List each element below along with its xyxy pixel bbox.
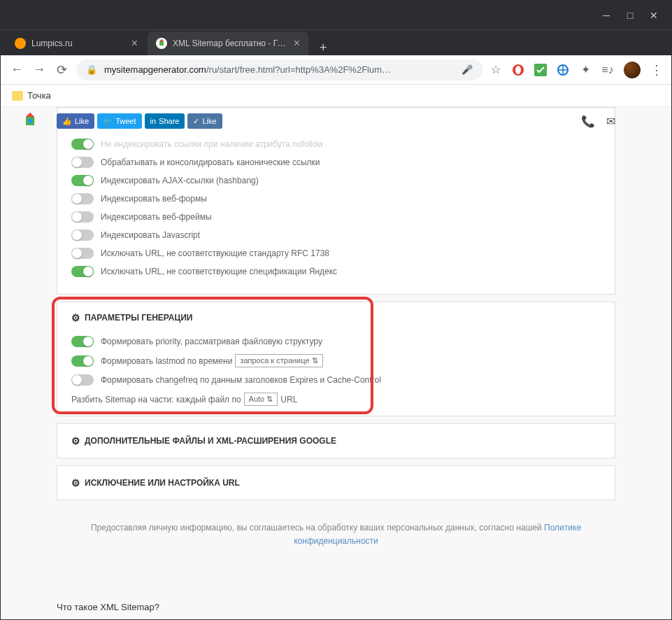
setting-label: Исключать URL, не соответствующие станда… — [101, 248, 601, 258]
setting-row-yandex: Исключать URL, не соответствующие специф… — [71, 266, 601, 277]
panel-body: Формировать priority, рассматривая файло… — [57, 336, 615, 416]
browser-window: ─ □ ✕ Lumpics.ru × XML Sitemap бесплатно… — [0, 0, 672, 620]
tab-title: XML Sitemap бесплатно - Генер — [173, 38, 288, 48]
forward-button[interactable]: → — [31, 62, 47, 77]
new-tab-button[interactable]: + — [310, 41, 337, 55]
window-controls: ─ □ ✕ — [594, 10, 666, 20]
social-label: Like — [75, 117, 89, 125]
url-exclusion-panel[interactable]: ⚙ ИСКЛЮЧЕНИЕ ИЛИ НАСТРОЙКА URL — [57, 465, 615, 500]
setting-row-canonical: Обрабатывать и консолидировать каноничес… — [71, 157, 601, 168]
toggle-nofollow[interactable] — [71, 139, 94, 150]
site-logo[interactable] — [20, 111, 40, 131]
url-input[interactable]: 🔒 mysitemapgenerator.com /ru/start/free.… — [76, 59, 482, 80]
facebook-like-button[interactable]: 👍Like — [57, 113, 94, 129]
toggle-yandex[interactable] — [71, 266, 94, 277]
setting-label: Индексировать веб-фреймы — [101, 212, 601, 222]
tab-close-icon[interactable]: × — [294, 37, 300, 50]
linkedin-share-button[interactable]: inShare — [145, 113, 185, 129]
setting-label: Формировать changefreq по данным заголов… — [101, 375, 601, 385]
window-titlebar: ─ □ ✕ — [1, 1, 671, 30]
footer-question[interactable]: Что такое XML Sitemap? — [57, 595, 615, 619]
privacy-disclaimer: Предоставляя личную информацию, вы согла… — [57, 521, 615, 548]
browser-tab-lumpics[interactable]: Lumpics.ru × — [6, 31, 146, 55]
social-label: Share — [159, 117, 179, 125]
thumb-icon: 👍 — [62, 117, 72, 126]
maximize-button[interactable]: □ — [625, 10, 635, 20]
reload-button[interactable]: ⟳ — [54, 62, 69, 78]
browser-tabs: Lumpics.ru × XML Sitemap бесплатно - Ген… — [1, 30, 671, 55]
setting-label: Индексировать AJAX-ссылки (hashbang) — [101, 176, 601, 185]
vk-icon: ✓ — [193, 117, 199, 126]
playlist-icon[interactable]: ≡♪ — [601, 64, 614, 76]
browser-tab-sitemap[interactable]: XML Sitemap бесплатно - Генер × — [148, 31, 308, 55]
select-value: Auto — [249, 395, 265, 403]
toggle-forms[interactable] — [71, 193, 94, 204]
twitter-tweet-button[interactable]: 🐦Tweet — [97, 113, 141, 129]
vk-like-button[interactable]: ✓Like — [187, 113, 222, 129]
lock-icon: 🔒 — [86, 64, 97, 75]
lastmod-select[interactable]: запроса к странице ⇅ — [235, 354, 322, 367]
header-contact-icons: 📞 ✉ — [581, 115, 615, 128]
setting-label: Не индексировать ссылки при наличии атри… — [101, 139, 601, 149]
setting-label: Формировать priority, рассматривая файло… — [101, 337, 601, 346]
split-select[interactable]: Auto ⇅ — [244, 393, 278, 406]
toggle-rfc1738[interactable] — [71, 248, 94, 259]
bookmark-label: Точка — [27, 90, 51, 101]
sticky-header: 👍Like 🐦Tweet inShare ✓Like 📞 ✉ — [57, 107, 615, 135]
star-icon[interactable]: ☆ — [489, 64, 502, 76]
social-buttons: 👍Like 🐦Tweet inShare ✓Like — [57, 113, 222, 129]
phone-icon[interactable]: 📞 — [581, 115, 595, 128]
toggle-ajax[interactable] — [71, 175, 94, 186]
folder-icon — [12, 91, 23, 101]
setting-row-frames: Индексировать веб-фреймы — [71, 211, 601, 223]
setting-label: Индексировать веб-формы — [101, 194, 601, 204]
extensions-icon[interactable]: ✦ — [579, 64, 592, 76]
tab-favicon-icon — [156, 38, 167, 49]
gear-icon: ⚙ — [71, 435, 80, 446]
generation-params-panel: ⚙ ПАРАМЕТРЫ ГЕНЕРАЦИИ Формировать priori… — [57, 302, 615, 416]
setting-row-split: Разбить Sitemap на части: каждый файл по… — [71, 393, 601, 406]
toggle-lastmod[interactable] — [71, 355, 94, 367]
additional-files-panel[interactable]: ⚙ ДОПОЛНИТЕЛЬНЫЕ ФАЙЛЫ И XML-РАСШИРЕНИЯ … — [57, 423, 615, 458]
disclaimer-text: Предоставляя личную информацию, вы согла… — [91, 523, 544, 533]
split-label-pre: Разбить Sitemap на части: каждый файл по — [71, 395, 241, 404]
twitter-icon: 🐦 — [103, 117, 113, 126]
toggle-priority[interactable] — [71, 336, 94, 347]
toggle-js[interactable] — [71, 230, 94, 241]
address-bar: ← → ⟳ 🔒 mysitemapgenerator.com /ru/start… — [1, 55, 671, 85]
toggle-changefreq[interactable] — [71, 374, 94, 386]
close-button[interactable]: ✕ — [649, 10, 659, 20]
back-button[interactable]: ← — [9, 62, 24, 77]
svg-point-4 — [28, 119, 32, 123]
page-content: 👍Like 🐦Tweet inShare ✓Like 📞 ✉ Не индекс… — [1, 107, 671, 619]
profile-avatar[interactable] — [624, 62, 641, 78]
setting-row-js: Индексировать Javascript — [71, 230, 601, 241]
globe-ext-icon[interactable] — [557, 64, 569, 76]
setting-label: Обрабатывать и консолидировать каноничес… — [101, 157, 601, 167]
voice-search-icon[interactable]: 🎤 — [462, 64, 473, 75]
select-value: запроса к странице — [240, 356, 309, 365]
setting-row-rfc1738: Исключать URL, не соответствующие станда… — [71, 248, 601, 259]
setting-row-lastmod: Формировать lastmod по времени запроса к… — [71, 354, 601, 367]
tab-title: Lumpics.ru — [31, 38, 126, 48]
minimize-button[interactable]: ─ — [601, 10, 611, 20]
opera-icon[interactable] — [512, 64, 524, 76]
svg-point-1 — [515, 66, 521, 74]
tab-close-icon[interactable]: × — [131, 37, 138, 50]
mail-icon[interactable]: ✉ — [606, 115, 615, 128]
panel-title: ПАРАМЕТРЫ ГЕНЕРАЦИИ — [85, 313, 192, 323]
setting-row-nofollow: Не индексировать ссылки при наличии атри… — [71, 139, 601, 150]
social-label: Like — [202, 117, 216, 125]
gear-icon: ⚙ — [71, 312, 80, 323]
setting-row-changefreq: Формировать changefreq по данным заголов… — [71, 374, 601, 386]
setting-row-forms: Индексировать веб-формы — [71, 193, 601, 204]
panel-title: ДОПОЛНИТЕЛЬНЫЕ ФАЙЛЫ И XML-РАСШИРЕНИЯ GO… — [85, 436, 336, 446]
check-ext-icon[interactable] — [534, 64, 547, 76]
bookmark-folder[interactable]: Точка — [12, 90, 51, 101]
url-domain: mysitemapgenerator.com — [104, 64, 206, 75]
toggle-canonical[interactable] — [71, 157, 94, 168]
setting-label: Индексировать Javascript — [101, 230, 601, 240]
chrome-menu-icon[interactable]: ⋮ — [650, 62, 663, 78]
setting-label: Формировать lastmod по времени — [101, 356, 232, 366]
toggle-frames[interactable] — [71, 211, 94, 223]
